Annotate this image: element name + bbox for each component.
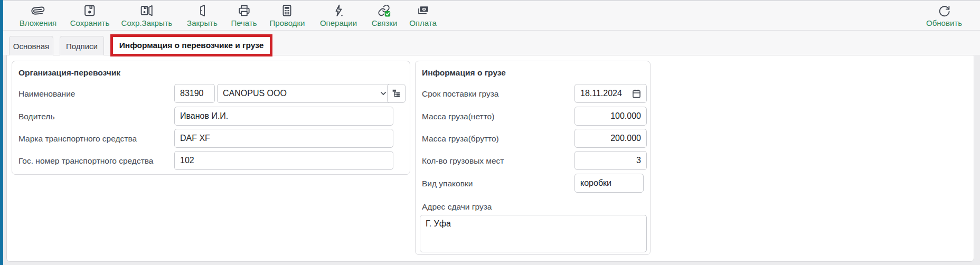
toolbar-button-close[interactable]: Закрыть <box>187 4 218 27</box>
tab-signatures[interactable]: Подписи <box>60 36 104 55</box>
toolbar-button-attachments[interactable]: Вложения <box>20 4 56 27</box>
toolbar-button-label: Проводки <box>270 18 305 27</box>
window-top-edge <box>0 0 980 1</box>
delivery-date-label: Срок поставки груза <box>422 89 498 99</box>
carrier-name-value: CANOPUS ООО <box>223 89 287 98</box>
toolbar-button-save[interactable]: Сохранить <box>70 4 110 27</box>
banknote-icon <box>416 4 430 17</box>
tab-main[interactable]: Основная <box>9 36 53 55</box>
tab-label: Основная <box>13 42 50 51</box>
delivery-address-label: Адрес сдачи груза <box>422 202 492 212</box>
toolbar-button-label: Закрыть <box>187 18 218 27</box>
gross-weight-input[interactable] <box>574 129 647 148</box>
package-type-input[interactable] <box>574 174 644 193</box>
toolbar-button-label: Вложения <box>20 18 56 27</box>
cargo-places-input[interactable] <box>574 151 647 170</box>
chain-links-check-icon <box>378 4 391 17</box>
toolbar-button-label: Оплата <box>409 18 437 27</box>
cargo-section-title: Информация о грузе <box>422 68 506 78</box>
toolbar-button-label: Обновить <box>926 18 962 27</box>
net-weight-input[interactable] <box>574 107 647 126</box>
tab-carrier-cargo-info[interactable]: Информация о перевозчике и грузе <box>110 34 272 56</box>
vehicle-make-label: Марка транспортного средства <box>18 134 137 144</box>
toolbar-button-label: Печать <box>231 18 257 27</box>
toolbar-button-save-close[interactable]: Сохр.Закрыть <box>121 4 173 27</box>
carrier-name-label: Наименование <box>18 89 75 99</box>
driver-label: Водитель <box>18 112 54 121</box>
package-type-label: Вид упаковки <box>422 179 473 188</box>
printer-icon <box>237 4 251 17</box>
paperclip-icon <box>31 4 45 17</box>
save-icon <box>83 4 97 17</box>
toolbar-button-operations[interactable]: Операции <box>320 4 357 27</box>
toolbar-button-label: Сохранить <box>70 18 110 27</box>
toolbar-button-print[interactable]: Печать <box>231 4 257 27</box>
toolbar-button-label: Связки <box>372 18 398 27</box>
toolbar-button-label: Операции <box>320 18 357 27</box>
vehicle-number-label: Гос. номер транспортного средства <box>18 156 153 166</box>
toolbar-button-refresh[interactable]: Обновить <box>926 4 962 27</box>
save-close-icon <box>140 4 154 17</box>
lightning-icon <box>332 4 345 17</box>
tab-label: Подписи <box>66 42 98 51</box>
tree-hierarchy-icon <box>391 88 402 99</box>
gross-weight-label: Масса груза(брутто) <box>422 134 499 144</box>
toolbar-button-postings[interactable]: Проводки <box>270 4 305 27</box>
refresh-icon <box>937 4 951 17</box>
delivery-address-textarea[interactable]: Г. Уфа <box>420 215 647 252</box>
vehicle-number-input[interactable] <box>174 151 393 170</box>
toolbar-button-label: Сохр.Закрыть <box>121 18 173 27</box>
calculator-icon <box>280 4 294 17</box>
delivery-date-input[interactable]: 18.11.2024 <box>574 84 647 103</box>
driver-input[interactable] <box>174 107 393 126</box>
toolbar-button-links[interactable]: Связки <box>372 4 398 27</box>
close-door-icon <box>195 4 209 17</box>
calendar-icon <box>631 88 642 99</box>
tab-label: Информация о перевозчике и грузе <box>119 41 264 50</box>
carrier-section-title: Организация-перевозчик <box>18 68 120 78</box>
cargo-groupbox: Информация о грузе Срок поставки груза 1… <box>415 61 651 255</box>
net-weight-label: Масса груза(нетто) <box>422 112 494 121</box>
carrier-code-input[interactable] <box>174 84 215 103</box>
tab-content-panel: Организация-перевозчик Наименование CANO… <box>6 55 974 262</box>
toolbar-button-payment[interactable]: Оплата <box>409 4 437 27</box>
cargo-places-label: Кол-во грузовых мест <box>422 156 504 166</box>
delivery-date-value: 18.11.2024 <box>580 89 622 98</box>
carrier-groupbox: Организация-перевозчик Наименование CANO… <box>12 61 410 175</box>
toolbar: Вложения Сохранить Сохр.Закрыть Закрыть … <box>0 0 980 31</box>
vehicle-make-input[interactable] <box>174 129 393 148</box>
carrier-hierarchy-button[interactable] <box>387 84 406 103</box>
carrier-name-select[interactable]: CANOPUS ООО <box>217 84 393 103</box>
left-accent-stripe <box>0 0 3 265</box>
